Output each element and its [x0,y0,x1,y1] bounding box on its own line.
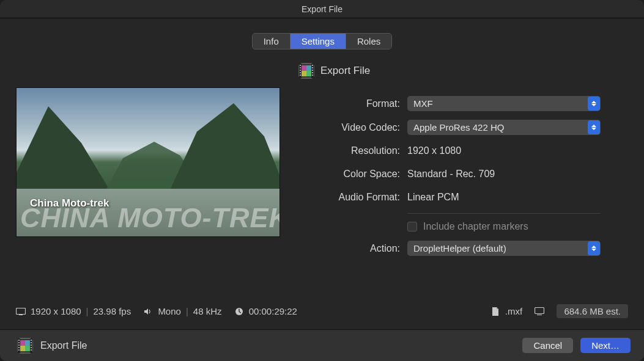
video-codec-label: Video Codec: [298,122,407,133]
thumbnail-title: China Moto-trek [30,197,109,210]
svg-rect-3 [301,71,306,76]
svg-rect-36 [31,345,32,346]
export-file-icon [17,338,33,354]
status-extension: .mxf [505,306,522,316]
svg-rect-24 [25,340,31,346]
svg-rect-17 [17,308,26,314]
status-bar: 1920 x 1080 | 23.98 fps Mono | 48 kHz 00… [16,291,628,318]
include-chapter-markers-label: Include chapter markers [423,221,528,232]
svg-rect-25 [20,346,25,351]
svg-rect-20 [535,308,544,314]
resolution-label: Resolution: [298,145,407,156]
status-duration: 00:00:29:22 [249,306,297,316]
svg-rect-2 [306,65,312,71]
status-fps: 23.98 fps [93,306,131,316]
svg-rect-14 [312,70,313,71]
footer-title: Export File [40,340,87,351]
tab-settings[interactable]: Settings [291,34,346,49]
svg-rect-35 [31,342,32,343]
svg-rect-32 [18,347,20,348]
svg-rect-12 [312,65,313,66]
tab-roles[interactable]: Roles [346,34,391,49]
speaker-icon [143,307,153,316]
preview-column: CHINA MOTO-TREK China Moto-trek [16,63,280,291]
color-space-value: Standard - Rec. 709 [407,169,628,180]
svg-rect-9 [300,70,301,71]
video-thumbnail: CHINA MOTO-TREK China Moto-trek [16,87,280,237]
export-file-icon [298,63,314,79]
status-dimensions: 1920 x 1080 [31,306,81,316]
panel-title: Export File [320,65,370,77]
action-dropdown[interactable]: DropletHelper (default) [407,241,601,256]
svg-rect-30 [18,342,20,343]
audio-format-value: Linear PCM [407,192,628,203]
window-title: Export File [302,4,342,14]
file-icon [490,307,500,316]
status-size-estimate: 684.6 MB est. [557,304,628,318]
chevron-updown-icon [588,97,600,111]
svg-rect-4 [306,71,312,76]
svg-rect-29 [18,340,20,341]
svg-rect-33 [18,349,20,351]
svg-rect-18 [19,315,23,315]
divider [407,213,601,214]
tab-info[interactable]: Info [253,34,291,49]
svg-rect-23 [20,340,25,346]
svg-rect-13 [312,67,313,68]
svg-rect-7 [300,65,301,66]
svg-rect-31 [18,345,20,346]
status-audio-channels: Mono [158,306,181,316]
include-chapter-markers-checkbox[interactable] [407,222,417,232]
svg-rect-1 [301,65,306,71]
next-button[interactable]: Next… [580,338,631,353]
svg-rect-10 [300,72,301,73]
action-label: Action: [298,243,407,254]
audio-format-label: Audio Format: [298,192,407,203]
video-codec-dropdown[interactable]: Apple ProRes 422 HQ [407,120,601,135]
display-icon [16,307,26,316]
video-codec-value: Apple ProRes 422 HQ [413,122,504,133]
action-value: DropletHelper (default) [413,243,506,253]
svg-rect-11 [300,75,301,76]
status-audio-rate: 48 kHz [193,306,222,316]
monitor-icon [535,307,544,316]
svg-rect-34 [31,340,32,341]
svg-rect-8 [300,67,301,68]
svg-rect-15 [312,72,313,73]
color-space-label: Color Space: [298,169,407,180]
resolution-value: 1920 x 1080 [407,145,628,156]
svg-rect-21 [537,315,542,315]
tab-bar: Info Settings Roles [16,33,628,49]
format-dropdown[interactable]: MXF [407,96,601,111]
svg-rect-16 [312,75,313,76]
chevron-updown-icon [588,241,600,255]
svg-rect-26 [25,346,31,351]
format-label: Format: [298,98,407,109]
window-titlebar: Export File [0,0,644,18]
cancel-button[interactable]: Cancel [522,338,573,353]
svg-rect-37 [31,347,32,348]
clock-icon [234,307,244,316]
chevron-updown-icon [588,120,600,134]
svg-rect-38 [31,349,32,351]
format-value: MXF [413,98,433,109]
